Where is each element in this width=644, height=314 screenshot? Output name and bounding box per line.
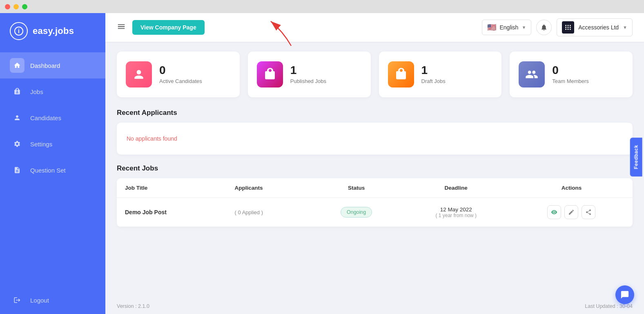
sidebar-logo[interactable]: i easy.jobs: [0, 13, 105, 49]
col-deadline: Deadline: [402, 178, 510, 198]
home-icon: [10, 58, 25, 73]
status-cell: Ongoing: [311, 198, 402, 227]
sidebar-nav: Dashboard Jobs Candidates Settings: [0, 49, 105, 286]
team-members-icon: [519, 61, 545, 87]
svg-rect-5: [570, 25, 571, 26]
company-avatar: [562, 21, 574, 34]
sidebar-label-dashboard: Dashboard: [30, 62, 60, 69]
svg-text:i: i: [18, 28, 20, 34]
topbar: View Company Page 🇺🇸 English ▼: [105, 13, 644, 42]
jobs-icon: [10, 84, 25, 99]
active-candidates-icon: [126, 61, 152, 87]
svg-rect-8: [570, 27, 571, 28]
col-job-title: Job Title: [117, 178, 227, 198]
team-members-label: Team Members: [552, 78, 589, 84]
logo-text: easy.jobs: [33, 26, 74, 36]
version-text: Version : 2.1.0: [117, 303, 149, 309]
applicants-cell: ( 0 Applied ): [227, 198, 311, 227]
active-candidates-label: Active Candidates: [159, 78, 202, 84]
published-jobs-icon: [257, 61, 283, 87]
stat-info-active-candidates: 0 Active Candidates: [159, 65, 202, 84]
draft-jobs-icon: [388, 61, 414, 87]
menu-icon[interactable]: [117, 22, 126, 33]
stat-card-draft-jobs: 1 Draft Jobs: [379, 52, 502, 97]
applied-count: ( 0 Applied ): [235, 209, 263, 215]
logo-icon: i: [10, 22, 28, 40]
team-members-number: 0: [552, 65, 589, 76]
company-chevron-icon: ▼: [623, 25, 627, 30]
sidebar-label-jobs: Jobs: [30, 88, 43, 95]
sidebar-item-dashboard[interactable]: Dashboard: [0, 52, 105, 78]
sidebar-label-candidates: Candidates: [30, 114, 61, 121]
recent-jobs-title: Recent Jobs: [117, 164, 633, 173]
minimize-window-btn[interactable]: [13, 4, 19, 9]
sidebar-label-settings: Settings: [30, 141, 52, 148]
last-updated-text: Last Updated : 30-04: [585, 303, 633, 309]
svg-rect-6: [566, 27, 567, 28]
main-content: View Company Page 🇺🇸 English ▼: [105, 13, 644, 314]
no-applicants-message: No applicants found: [127, 135, 177, 142]
svg-rect-7: [568, 27, 569, 28]
view-company-button[interactable]: View Company Page: [132, 20, 205, 35]
recent-applicants-title: Recent Applicants: [117, 109, 633, 117]
col-status: Status: [311, 178, 402, 198]
recent-applicants-box: No applicants found: [117, 123, 633, 155]
deadline-note: ( 1 year from now ): [410, 213, 502, 218]
share-job-button[interactable]: [582, 205, 595, 219]
settings-icon: [10, 137, 25, 151]
col-actions: Actions: [510, 178, 633, 198]
svg-rect-4: [568, 25, 569, 26]
maximize-window-btn[interactable]: [22, 4, 27, 9]
deadline-date: 12 May 2022: [410, 206, 502, 213]
sidebar: i easy.jobs Dashboard Jobs: [0, 13, 105, 314]
feedback-tab[interactable]: Feedback: [630, 137, 642, 176]
col-applicants: Applicants: [227, 178, 311, 198]
job-title-text: Demo Job Post: [125, 209, 167, 215]
language-selector[interactable]: 🇺🇸 English ▼: [482, 20, 531, 35]
footer: Version : 2.1.0 Last Updated : 30-04: [105, 298, 644, 314]
svg-rect-11: [570, 29, 571, 30]
stat-info-published-jobs: 1 Published Jobs: [290, 65, 326, 84]
sidebar-item-question-set[interactable]: Question Set: [0, 157, 105, 183]
question-set-icon: [10, 163, 25, 177]
svg-rect-9: [566, 29, 567, 30]
svg-rect-3: [566, 25, 567, 26]
view-job-button[interactable]: [547, 205, 561, 219]
draft-jobs-label: Draft Jobs: [421, 78, 446, 84]
company-name-label: Accessories Ltd: [578, 24, 619, 31]
jobs-table-wrapper: Job Title Applicants Status Deadline Act…: [117, 178, 633, 227]
svg-rect-10: [568, 29, 569, 30]
company-selector[interactable]: Accessories Ltd ▼: [557, 18, 633, 36]
language-label: English: [499, 24, 518, 31]
stats-grid: 0 Active Candidates 1 Published Jobs: [117, 52, 633, 97]
dashboard-body: 0 Active Candidates 1 Published Jobs: [105, 42, 644, 298]
window-chrome: [0, 0, 644, 13]
stat-info-draft-jobs: 1 Draft Jobs: [421, 65, 446, 84]
published-jobs-label: Published Jobs: [290, 78, 326, 84]
active-candidates-number: 0: [159, 65, 202, 76]
flag-icon: 🇺🇸: [487, 23, 496, 32]
chevron-down-icon: ▼: [521, 25, 526, 30]
notifications-button[interactable]: [536, 20, 552, 35]
deadline-cell: 12 May 2022 ( 1 year from now ): [402, 198, 510, 227]
candidates-icon: [10, 110, 25, 125]
sidebar-item-candidates[interactable]: Candidates: [0, 105, 105, 131]
sidebar-label-question-set: Question Set: [30, 167, 66, 174]
draft-jobs-number: 1: [421, 65, 446, 76]
logout-button[interactable]: Logout: [0, 286, 105, 314]
sidebar-item-settings[interactable]: Settings: [0, 131, 105, 157]
published-jobs-number: 1: [290, 65, 326, 76]
chat-bubble[interactable]: [615, 285, 634, 304]
edit-job-button[interactable]: [564, 205, 578, 219]
logout-icon: [10, 293, 25, 307]
stat-card-team-members: 0 Team Members: [510, 52, 633, 97]
job-title-cell: Demo Job Post: [117, 198, 227, 227]
app-container: i easy.jobs Dashboard Jobs: [0, 13, 644, 314]
sidebar-label-logout: Logout: [30, 297, 49, 304]
sidebar-item-jobs[interactable]: Jobs: [0, 78, 105, 105]
stat-info-team-members: 0 Team Members: [552, 65, 589, 84]
close-window-btn[interactable]: [5, 4, 10, 9]
actions-cell: [510, 198, 633, 227]
table-header-row: Job Title Applicants Status Deadline Act…: [117, 178, 633, 198]
stat-card-published-jobs: 1 Published Jobs: [248, 52, 371, 97]
